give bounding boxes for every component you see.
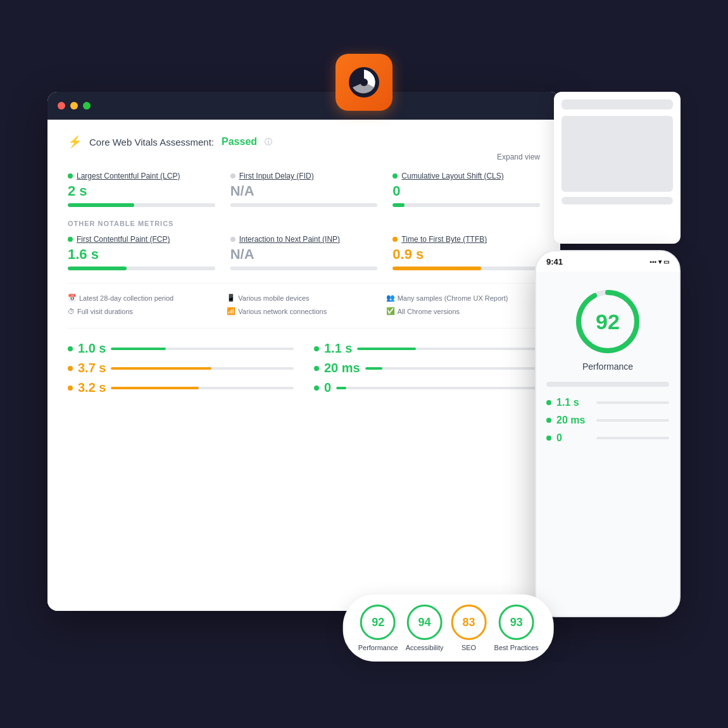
fid-dot bbox=[230, 173, 235, 179]
inp-bar-fill bbox=[230, 267, 304, 270]
screenshot-top bbox=[562, 99, 673, 110]
close-button[interactable] bbox=[58, 102, 65, 110]
inp-label: Interaction to Next Paint (INP) bbox=[230, 235, 378, 244]
phone-val-2: 20 ms bbox=[556, 415, 591, 426]
fid-label: First Input Delay (FID) bbox=[230, 172, 378, 180]
phone-bar-3 bbox=[596, 437, 669, 439]
screenshot-panel bbox=[554, 92, 681, 244]
phone-time: 9:41 bbox=[546, 257, 563, 267]
phone-bar-2 bbox=[596, 419, 669, 422]
phone-dot-1 bbox=[546, 400, 551, 405]
mobile-phone: 9:41 ▪▪▪ ▾ ▭ 92 Performance bbox=[535, 250, 681, 617]
fcp-bar bbox=[68, 267, 215, 270]
minimize-button[interactable] bbox=[70, 102, 78, 110]
phone-bar-1 bbox=[596, 401, 669, 404]
bottom-bar-fill-1 bbox=[111, 348, 166, 350]
fid-bar bbox=[230, 203, 378, 207]
fid-bar-fill bbox=[230, 203, 304, 207]
badge-circle-accessibility: 94 bbox=[407, 605, 442, 640]
ttfb-value: 0.9 s bbox=[392, 246, 540, 263]
badge-label-accessibility: Accessibility bbox=[406, 644, 444, 651]
bottom-right-row-3: 0 bbox=[314, 380, 540, 395]
cwv-status: Passed bbox=[222, 136, 257, 147]
scene: ⚡ Core Web Vitals Assessment: Passed ⓘ E… bbox=[47, 54, 681, 674]
fcp-bar-fill bbox=[68, 267, 127, 270]
phone-gray-bar bbox=[546, 382, 669, 387]
cwv-header: ⚡ Core Web Vitals Assessment: Passed ⓘ bbox=[68, 135, 540, 149]
svg-point-1 bbox=[360, 78, 368, 86]
other-metrics-label: OTHER NOTABLE METRICS bbox=[68, 220, 540, 227]
other-metrics-grid: First Contentful Paint (FCP) 1.6 s Inter… bbox=[68, 235, 540, 270]
signal-icon: ▪▪▪ bbox=[650, 258, 656, 265]
dot-green-5 bbox=[314, 366, 319, 371]
inp-dot bbox=[230, 237, 235, 242]
browser-content: ⚡ Core Web Vitals Assessment: Passed ⓘ E… bbox=[47, 120, 560, 611]
bottom-left-row-2: 3.7 s bbox=[68, 361, 294, 375]
ttfb-bar bbox=[392, 267, 540, 270]
bottom-left-row-1: 1.0 s bbox=[68, 341, 294, 356]
titlebar bbox=[47, 92, 560, 120]
metric-fcp: First Contentful Paint (FCP) 1.6 s bbox=[68, 235, 215, 270]
lcp-bar bbox=[68, 203, 215, 207]
badge-performance: 92 Performance bbox=[358, 605, 398, 651]
inp-value: N/A bbox=[230, 246, 378, 263]
metric-lcp: Largest Contentful Paint (LCP) 2 s bbox=[68, 172, 215, 207]
badge-circle-best-practices: 93 bbox=[499, 605, 534, 640]
bottom-bar-2 bbox=[111, 367, 294, 370]
checkmark-icon: ✅ bbox=[386, 307, 395, 315]
info-samples: 👥 Many samples (Chrome UX Report) bbox=[386, 294, 540, 302]
lcp-label: Largest Contentful Paint (LCP) bbox=[68, 172, 215, 180]
browser-window: ⚡ Core Web Vitals Assessment: Passed ⓘ E… bbox=[47, 92, 560, 611]
bottom-metrics-right: 1.1 s 20 ms 0 bbox=[314, 341, 540, 400]
metric-ttfb: Time to First Byte (TTFB) 0.9 s bbox=[392, 235, 540, 270]
bottom-val-1: 1.0 s bbox=[78, 341, 106, 356]
bottom-bar-fill-4 bbox=[357, 348, 415, 350]
dot-green-6 bbox=[314, 386, 319, 391]
dot-green-1 bbox=[68, 346, 73, 351]
ttfb-bar-fill bbox=[392, 267, 481, 270]
cwv-icon: ⚡ bbox=[68, 135, 82, 149]
bottom-bar-5 bbox=[365, 367, 540, 370]
bottom-bar-6 bbox=[336, 387, 540, 389]
expand-view-button[interactable]: Expand view bbox=[68, 153, 540, 161]
badge-circle-seo: 83 bbox=[451, 605, 487, 640]
info-collection-period: 📅 Latest 28-day collection period bbox=[68, 294, 222, 302]
badge-seo: 83 SEO bbox=[451, 605, 487, 651]
bottom-metrics-left: 1.0 s 3.7 s 3.2 s bbox=[68, 341, 294, 400]
bottom-left-row-3: 3.2 s bbox=[68, 380, 294, 395]
app-icon bbox=[336, 54, 392, 111]
maximize-button[interactable] bbox=[83, 102, 91, 110]
main-metrics-grid: Largest Contentful Paint (LCP) 2 s First… bbox=[68, 172, 540, 207]
calendar-icon: 📅 bbox=[68, 294, 77, 302]
cls-value: 0 bbox=[392, 183, 540, 199]
phone-dot-3 bbox=[546, 436, 551, 441]
screenshot-mid bbox=[562, 116, 673, 192]
badge-best-practices: 93 Best Practices bbox=[494, 605, 539, 651]
phone-dot-2 bbox=[546, 418, 551, 423]
bottom-bar-fill-2 bbox=[111, 367, 211, 370]
cls-label: Cumulative Layout Shift (CLS) bbox=[392, 172, 540, 180]
dot-orange-2 bbox=[68, 366, 73, 371]
score-badges: 92 Performance 94 Accessibility 83 SEO 9… bbox=[343, 594, 554, 662]
score-circle-wrapper: 92 Performance bbox=[573, 287, 643, 372]
bottom-bar-1 bbox=[111, 348, 294, 350]
wifi-status-icon: ▾ bbox=[658, 258, 662, 265]
bottom-bar-fill-6 bbox=[336, 387, 346, 389]
collection-info: 📅 Latest 28-day collection period 📱 Vari… bbox=[68, 283, 540, 315]
cwv-info-icon: ⓘ bbox=[265, 137, 272, 147]
fcp-dot bbox=[68, 237, 73, 242]
phone-content: 92 Performance 1.1 s 20 ms 0 bbox=[536, 272, 679, 616]
badge-label-seo: SEO bbox=[461, 644, 476, 651]
battery-icon: ▭ bbox=[663, 258, 669, 265]
phone-metrics: 1.1 s 20 ms 0 bbox=[546, 397, 669, 450]
phone-statusbar: 9:41 ▪▪▪ ▾ ▭ bbox=[536, 251, 679, 272]
phone-metric-row-2: 20 ms bbox=[546, 415, 669, 426]
bottom-right-row-2: 20 ms bbox=[314, 361, 540, 375]
bottom-val-2: 3.7 s bbox=[78, 361, 106, 375]
badge-label-best-practices: Best Practices bbox=[494, 644, 539, 651]
bottom-val-6: 0 bbox=[324, 380, 331, 395]
fcp-value: 1.6 s bbox=[68, 246, 215, 263]
phone-status-icons: ▪▪▪ ▾ ▭ bbox=[650, 258, 669, 265]
lcp-bar-fill bbox=[68, 203, 134, 207]
dot-green-4 bbox=[314, 346, 319, 351]
